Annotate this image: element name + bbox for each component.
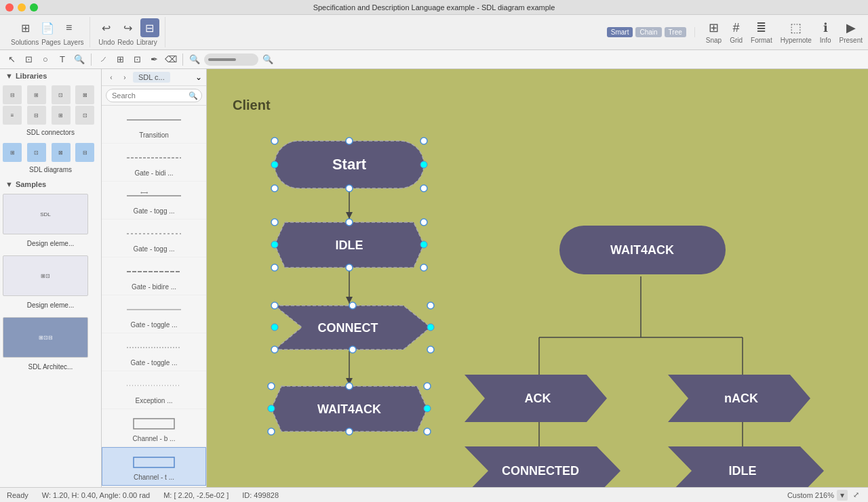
grid-tool[interactable]: # Grid bbox=[730, 21, 743, 44]
shape-item-gate-bidire[interactable]: Gate - bidire ... bbox=[102, 257, 206, 295]
info-tool[interactable]: ℹ Info bbox=[820, 20, 831, 44]
lib-item-4[interactable]: ⊠ bbox=[75, 85, 94, 104]
svg-text:IDLE: IDLE bbox=[335, 238, 363, 252]
shape-item-gate-togg-2[interactable]: Gate - togg ... bbox=[102, 219, 206, 257]
toolbar-nav-section: ⊞ 📄 ≡ Solutions Pages Layers bbox=[5, 17, 90, 47]
grid-icon: # bbox=[733, 21, 740, 35]
close-button[interactable] bbox=[5, 3, 14, 12]
solutions-icon[interactable]: ⊞ bbox=[16, 18, 35, 37]
design-elements-1-label: Design eleme... bbox=[3, 238, 98, 251]
pointer-tool[interactable]: ↖ bbox=[4, 52, 19, 67]
smart-tools: Smart Chain Tree bbox=[607, 27, 695, 37]
main-content: ▼ Libraries ⊟ ⊞ ⊡ ⊠ ≡ ⊟ ⊞ ⊡ SDL connecto… bbox=[0, 69, 868, 487]
svg-marker-15 bbox=[346, 297, 353, 304]
svg-point-51 bbox=[346, 264, 353, 271]
present-label: Present bbox=[840, 37, 863, 44]
tree-button[interactable]: Tree bbox=[665, 27, 686, 37]
zoom-out-tool[interactable]: 🔍 bbox=[260, 52, 275, 67]
dimensions-status: W: 1.20, H: 0.40, Angle: 0.00 rad bbox=[42, 491, 150, 499]
shape-tab[interactable]: SDL c... bbox=[133, 72, 170, 83]
hypernote-icon: ⬚ bbox=[790, 20, 802, 35]
eraser-tool[interactable]: ⌫ bbox=[163, 52, 178, 67]
svg-point-56 bbox=[349, 302, 356, 309]
nav-forward-button[interactable]: › bbox=[119, 72, 130, 83]
undo-label: Undo bbox=[98, 39, 115, 46]
samples-header[interactable]: ▼ Samples bbox=[0, 177, 101, 191]
maximize-button[interactable] bbox=[30, 3, 38, 12]
ready-status: Ready bbox=[7, 491, 28, 499]
svg-marker-63 bbox=[271, 386, 427, 432]
lib-item-2[interactable]: ⊞ bbox=[27, 85, 46, 104]
shape-search-input[interactable] bbox=[106, 89, 202, 102]
layers-label: Layers bbox=[64, 39, 84, 46]
line-tool[interactable]: ⟋ bbox=[96, 52, 111, 67]
right-toolbar: Smart Chain Tree ⊞ Snap # Grid ≣ Format … bbox=[607, 20, 863, 44]
minimize-button[interactable] bbox=[18, 3, 26, 12]
snap-tool[interactable]: ⊞ Snap bbox=[706, 20, 722, 44]
zoom-dropdown-button[interactable]: ▾ bbox=[837, 490, 848, 501]
pen-tool[interactable]: ✒ bbox=[146, 52, 161, 67]
svg-text:ACK: ACK bbox=[525, 392, 551, 405]
svg-text:CONNECT: CONNECT bbox=[318, 321, 378, 335]
smart-button[interactable]: Smart bbox=[607, 27, 633, 37]
shape-item-gate-togg-1[interactable]: ⟷ Gate - togg ... bbox=[102, 182, 206, 219]
svg-point-62 bbox=[427, 346, 434, 353]
design-sample-2[interactable]: ⊞⊡ bbox=[3, 255, 88, 296]
lib-diag-3[interactable]: ⊠ bbox=[52, 143, 71, 162]
shape-item-gate-toggle-2[interactable]: Gate - toggle ... bbox=[102, 333, 206, 371]
lib-diag-1[interactable]: ⊞ bbox=[3, 143, 22, 162]
present-tool[interactable]: ▶ Present bbox=[840, 20, 863, 44]
lib-item-7[interactable]: ⊞ bbox=[52, 106, 71, 125]
library-icon[interactable]: ⊟ bbox=[140, 18, 159, 37]
design-sample-1[interactable]: SDL bbox=[3, 194, 88, 234]
position-status: M: [ 2.20, -2.5e-02 ] bbox=[163, 491, 229, 499]
shape-tab-close[interactable]: ⌄ bbox=[195, 72, 202, 82]
svg-point-39 bbox=[420, 161, 427, 168]
info-label: Info bbox=[820, 37, 831, 44]
waypoint-tool[interactable]: ⊡ bbox=[130, 52, 144, 67]
shape-item-channel-b[interactable]: Channel - b ... bbox=[102, 409, 206, 447]
hypernote-tool[interactable]: ⬚ Hypernote bbox=[781, 20, 812, 44]
nav-back-button[interactable]: ‹ bbox=[106, 72, 117, 83]
expand-button[interactable]: ⤢ bbox=[850, 490, 861, 501]
lib-diag-2[interactable]: ⊡ bbox=[27, 143, 46, 162]
svg-marker-25 bbox=[465, 375, 607, 422]
shape-search-container: 🔍 bbox=[102, 86, 206, 106]
lib-item-1[interactable]: ⊟ bbox=[3, 85, 22, 104]
text-tool[interactable]: T bbox=[55, 52, 70, 67]
undo-icon[interactable]: ↩ bbox=[97, 18, 116, 37]
layers-icon[interactable]: ≡ bbox=[60, 18, 79, 37]
svg-point-60 bbox=[271, 346, 278, 353]
svg-point-59 bbox=[427, 324, 434, 331]
search-icon: 🔍 bbox=[189, 91, 198, 100]
pages-icon[interactable]: 📄 bbox=[38, 18, 57, 37]
lib-item-6[interactable]: ⊟ bbox=[27, 106, 46, 125]
lib-item-8[interactable]: ⊡ bbox=[75, 106, 94, 125]
canvas-area[interactable]: Client WAIT4ACK bbox=[207, 69, 868, 487]
lib-item-5[interactable]: ≡ bbox=[3, 106, 22, 125]
sdl-architec-sample[interactable]: ⊞⊡⊟ bbox=[3, 317, 88, 358]
shape-item-gate-toggle-1[interactable]: Gate - toggle ... bbox=[102, 295, 206, 333]
zoom-in-tool[interactable]: 🔍 bbox=[187, 52, 202, 67]
shape-item-channel-t[interactable]: Channel - t ... bbox=[102, 447, 206, 486]
redo-label: Redo bbox=[117, 39, 134, 46]
shape-item-transition[interactable]: Transition bbox=[102, 106, 206, 144]
hand-tool[interactable]: ⊡ bbox=[21, 52, 36, 67]
svg-rect-10 bbox=[134, 457, 174, 467]
shape-item-gate-bidi[interactable]: Gate - bidi ... bbox=[102, 144, 206, 182]
lib-item-3[interactable]: ⊡ bbox=[52, 85, 71, 104]
connect-tool[interactable]: ⊞ bbox=[113, 52, 127, 67]
lib-diag-4[interactable]: ⊟ bbox=[75, 143, 94, 162]
circle-tool[interactable]: ○ bbox=[38, 52, 53, 67]
format-tool[interactable]: ≣ Format bbox=[751, 20, 772, 44]
library-label: Library bbox=[136, 39, 157, 46]
svg-text:IDLE: IDLE bbox=[728, 464, 756, 478]
libraries-header[interactable]: ▼ Libraries bbox=[0, 69, 101, 83]
svg-rect-33 bbox=[275, 141, 424, 188]
design-elements-2-label: Design eleme... bbox=[3, 300, 98, 313]
redo-icon[interactable]: ↪ bbox=[119, 18, 138, 37]
client-label: Client bbox=[233, 98, 271, 113]
search-tool[interactable]: 🔍 bbox=[72, 52, 87, 67]
shape-item-exception[interactable]: Exception ... bbox=[102, 371, 206, 409]
chain-button[interactable]: Chain bbox=[635, 27, 661, 37]
